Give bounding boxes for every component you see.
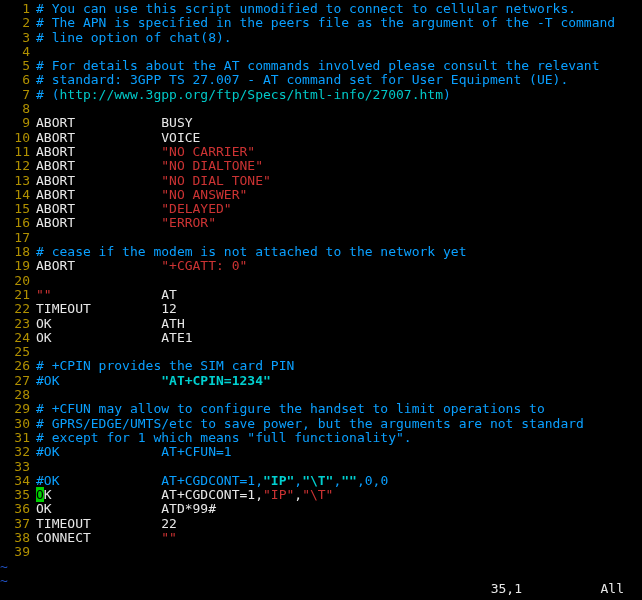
code-content: [36, 460, 642, 474]
line-number: 9: [0, 116, 36, 130]
line-number: 12: [0, 159, 36, 173]
code-line[interactable]: 34#OK AT+CGDCONT=1,"IP","\T","",0,0: [0, 474, 642, 488]
code-line[interactable]: 7# (http://www.3gpp.org/ftp/Specs/html-i…: [0, 88, 642, 102]
code-content: ABORT "NO ANSWER": [36, 188, 642, 202]
line-number: 18: [0, 245, 36, 259]
code-line[interactable]: 32#OK AT+CFUN=1: [0, 445, 642, 459]
line-number: 36: [0, 502, 36, 516]
line-number: 3: [0, 31, 36, 45]
code-content: [36, 45, 642, 59]
code-line[interactable]: 14ABORT "NO ANSWER": [0, 188, 642, 202]
line-number: 26: [0, 359, 36, 373]
code-content: OK ATD*99#: [36, 502, 642, 516]
code-line[interactable]: 6# standard: 3GPP TS 27.007 - AT command…: [0, 73, 642, 87]
code-content: [36, 388, 642, 402]
code-line[interactable]: 12ABORT "NO DIALTONE": [0, 159, 642, 173]
line-number: 21: [0, 288, 36, 302]
line-number: 14: [0, 188, 36, 202]
line-number: 28: [0, 388, 36, 402]
code-line[interactable]: 33: [0, 460, 642, 474]
code-content: # The APN is specified in the peers file…: [36, 16, 642, 30]
code-line[interactable]: 38CONNECT "": [0, 531, 642, 545]
line-number: 13: [0, 174, 36, 188]
code-line[interactable]: 25: [0, 345, 642, 359]
line-number: 7: [0, 88, 36, 102]
code-line[interactable]: 31# except for 1 which means "full funct…: [0, 431, 642, 445]
code-line[interactable]: 30# GPRS/EDGE/UMTS/etc to save power, bu…: [0, 417, 642, 431]
code-content: [36, 274, 642, 288]
code-line[interactable]: 23OK ATH: [0, 317, 642, 331]
code-content: #OK AT+CFUN=1: [36, 445, 642, 459]
line-number: 32: [0, 445, 36, 459]
code-line[interactable]: 3# line option of chat(8).: [0, 31, 642, 45]
code-content: # You can use this script unmodified to …: [36, 2, 642, 16]
code-content: [36, 231, 642, 245]
code-line[interactable]: 16ABORT "ERROR": [0, 216, 642, 230]
code-content: # standard: 3GPP TS 27.007 - AT command …: [36, 73, 642, 87]
code-line[interactable]: 5# For details about the AT commands inv…: [0, 59, 642, 73]
code-content: ABORT "NO CARRIER": [36, 145, 642, 159]
code-line[interactable]: 4: [0, 45, 642, 59]
code-content: [36, 102, 642, 116]
status-bar: 35,1 All: [0, 553, 642, 596]
line-number: 37: [0, 517, 36, 531]
line-number: 19: [0, 259, 36, 273]
code-line[interactable]: 1# You can use this script unmodified to…: [0, 2, 642, 16]
code-content: # except for 1 which means "full functio…: [36, 431, 642, 445]
code-content: # +CFUN may allow to configure the hands…: [36, 402, 642, 416]
code-line[interactable]: 28: [0, 388, 642, 402]
code-line[interactable]: 2# The APN is specified in the peers fil…: [0, 16, 642, 30]
code-line[interactable]: 18# cease if the modem is not attached t…: [0, 245, 642, 259]
code-content: OK ATE1: [36, 331, 642, 345]
code-line[interactable]: 9ABORT BUSY: [0, 116, 642, 130]
line-number: 34: [0, 474, 36, 488]
code-line[interactable]: 35OK AT+CGDCONT=1,"IP","\T": [0, 488, 642, 502]
code-line[interactable]: 21"" AT: [0, 288, 642, 302]
line-number: 10: [0, 131, 36, 145]
code-line[interactable]: 22TIMEOUT 12: [0, 302, 642, 316]
line-number: 38: [0, 531, 36, 545]
code-line[interactable]: 36OK ATD*99#: [0, 502, 642, 516]
line-number: 23: [0, 317, 36, 331]
code-content: "" AT: [36, 288, 642, 302]
line-number: 27: [0, 374, 36, 388]
code-line[interactable]: 8: [0, 102, 642, 116]
line-number: 16: [0, 216, 36, 230]
line-number: 29: [0, 402, 36, 416]
code-line[interactable]: 26# +CPIN provides the SIM card PIN: [0, 359, 642, 373]
line-number: 6: [0, 73, 36, 87]
code-line[interactable]: 20: [0, 274, 642, 288]
code-content: ABORT "NO DIALTONE": [36, 159, 642, 173]
line-number: 2: [0, 16, 36, 30]
code-line[interactable]: 24OK ATE1: [0, 331, 642, 345]
code-content: OK ATH: [36, 317, 642, 331]
line-number: 11: [0, 145, 36, 159]
code-content: ABORT "DELAYED": [36, 202, 642, 216]
code-content: ABORT BUSY: [36, 116, 642, 130]
code-line[interactable]: 11ABORT "NO CARRIER": [0, 145, 642, 159]
line-number: 17: [0, 231, 36, 245]
line-number: 1: [0, 2, 36, 16]
code-line[interactable]: 15ABORT "DELAYED": [0, 202, 642, 216]
code-line[interactable]: 10ABORT VOICE: [0, 131, 642, 145]
code-line[interactable]: 13ABORT "NO DIAL TONE": [0, 174, 642, 188]
code-line[interactable]: 19ABORT "+CGATT: 0": [0, 259, 642, 273]
code-line[interactable]: 17: [0, 231, 642, 245]
code-content: # +CPIN provides the SIM card PIN: [36, 359, 642, 373]
code-content: ABORT "NO DIAL TONE": [36, 174, 642, 188]
cursor-position: 35,1: [491, 582, 522, 596]
line-number: 20: [0, 274, 36, 288]
scroll-percent: All: [601, 582, 624, 596]
code-line[interactable]: 37TIMEOUT 22: [0, 517, 642, 531]
line-number: 24: [0, 331, 36, 345]
line-number: 4: [0, 45, 36, 59]
code-content: # GPRS/EDGE/UMTS/etc to save power, but …: [36, 417, 642, 431]
editor-pane[interactable]: 1# You can use this script unmodified to…: [0, 2, 642, 578]
code-line[interactable]: 29# +CFUN may allow to configure the han…: [0, 402, 642, 416]
line-number: 22: [0, 302, 36, 316]
line-number: 35: [0, 488, 36, 502]
code-content: #OK "AT+CPIN=1234": [36, 374, 642, 388]
code-line[interactable]: 27#OK "AT+CPIN=1234": [0, 374, 642, 388]
code-content: ABORT "ERROR": [36, 216, 642, 230]
line-number: 30: [0, 417, 36, 431]
